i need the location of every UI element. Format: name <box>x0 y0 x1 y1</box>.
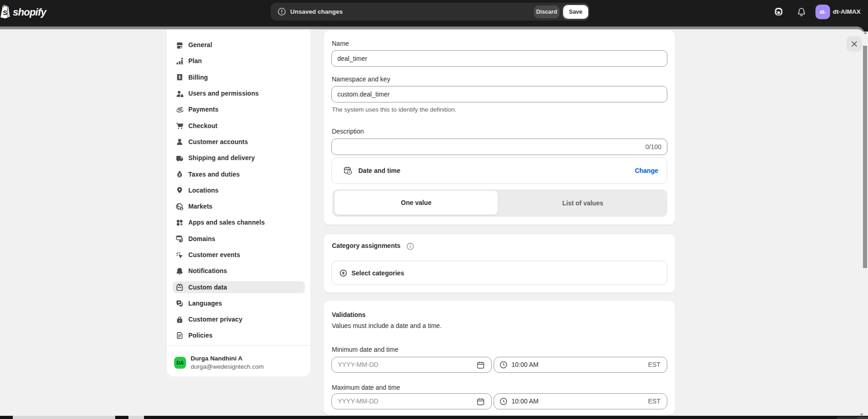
svg-text:S: S <box>3 9 7 16</box>
svg-text:$: $ <box>181 207 182 210</box>
